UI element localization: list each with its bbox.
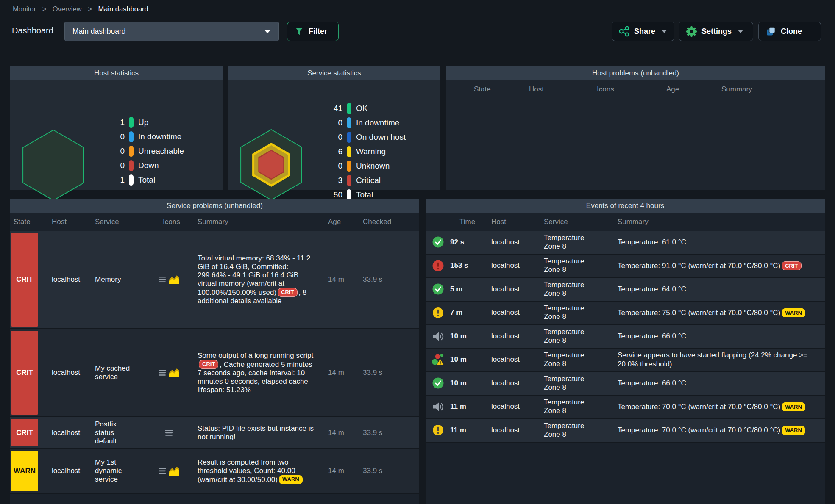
host-cell[interactable]: localhost: [486, 379, 538, 388]
service-cell[interactable]: My cached service: [92, 364, 146, 381]
host-cell[interactable]: localhost: [486, 402, 538, 411]
service-cell[interactable]: Temperature Zone 8: [538, 234, 611, 251]
column-header-host[interactable]: Host: [529, 85, 544, 94]
table-row[interactable]: 10 m localhost Temperature Zone 8 Temper…: [426, 325, 825, 349]
legend-item-ok[interactable]: 41OK: [313, 101, 406, 116]
column-header-checked[interactable]: Checked: [353, 218, 398, 226]
filter-button[interactable]: Filter: [287, 22, 339, 41]
share-button[interactable]: Share: [612, 22, 674, 41]
legend-item-unknown[interactable]: 0Unknown: [313, 159, 406, 173]
host-state-hexagon[interactable]: [15, 127, 92, 203]
column-header-summary[interactable]: Summary: [192, 218, 319, 226]
service-cell[interactable]: Postfix status default: [92, 420, 146, 446]
menu-icon[interactable]: [159, 277, 166, 282]
host-cell[interactable]: localhost: [40, 368, 92, 377]
state-badge: WARN: [11, 451, 38, 491]
table-row[interactable]: 92 s localhost Temperature Zone 8 Temper…: [426, 231, 825, 255]
column-header-time[interactable]: Time: [450, 218, 486, 226]
table-row[interactable]: 153 s localhost Temperature Zone 8 Tempe…: [426, 255, 825, 278]
host-cell[interactable]: localhost: [486, 261, 538, 270]
menu-icon[interactable]: [159, 468, 166, 474]
legend-item-down[interactable]: 0Down: [95, 158, 184, 173]
graph-icon[interactable]: [169, 466, 179, 476]
host-cell[interactable]: localhost: [486, 285, 538, 294]
summary-cell: Some output of a long running scriptCRIT…: [198, 352, 315, 394]
service-cell[interactable]: Temperature Zone 8: [538, 281, 611, 298]
graph-icon[interactable]: [169, 274, 179, 285]
column-header-host[interactable]: Host: [40, 218, 92, 226]
service-cell[interactable]: Temperature Zone 8: [538, 304, 611, 321]
column-header-state[interactable]: State: [474, 85, 491, 94]
service-cell[interactable]: Temperature Zone 8: [538, 398, 611, 415]
service-cell[interactable]: Temperature Zone 8: [538, 257, 611, 274]
host-cell[interactable]: localhost: [40, 429, 92, 437]
breadcrumb-overview[interactable]: Overview: [53, 5, 82, 13]
time-cell: 92 s: [450, 238, 486, 246]
legend-item-unreachable[interactable]: 0Unreachable: [95, 144, 184, 158]
breadcrumb-separator: >: [88, 5, 92, 13]
table-row[interactable]: 10 m localhost Temperature Zone 8 Servic…: [426, 349, 825, 372]
dashboard-select[interactable]: Main dashboard: [64, 22, 279, 41]
legend-item-in-downtime[interactable]: 0In downtime: [313, 116, 406, 130]
host-cell[interactable]: localhost: [40, 275, 92, 284]
table-row[interactable]: CRIT localhost My cached service Some ou…: [10, 329, 419, 417]
state-badge: CRIT: [11, 233, 38, 327]
table-row[interactable]: 10 m localhost Temperature Zone 8 Temper…: [426, 372, 825, 396]
settings-button[interactable]: Settings: [679, 22, 753, 41]
service-state-hexagon[interactable]: [233, 127, 309, 203]
table-row[interactable]: 7 m localhost Temperature Zone 8 Tempera…: [426, 302, 825, 325]
legend-item-on-down-host[interactable]: 0On down host: [313, 130, 406, 144]
warn-icon: [432, 307, 444, 318]
service-cell[interactable]: Memory: [92, 275, 146, 284]
panel-title[interactable]: Service statistics: [228, 66, 440, 80]
legend-item-warning[interactable]: 6Warning: [313, 144, 406, 159]
column-header-service[interactable]: Service: [92, 218, 146, 226]
breadcrumb-main-dashboard[interactable]: Main dashboard: [98, 5, 148, 14]
service-cell[interactable]: Temperature Zone 8: [538, 422, 611, 439]
page-title: Dashboard: [12, 26, 53, 36]
chevron-down-icon: [264, 30, 271, 33]
panel-title[interactable]: Host problems (unhandled): [446, 66, 825, 80]
host-cell[interactable]: localhost: [486, 332, 538, 341]
service-cell[interactable]: My 1st dynamic service: [92, 458, 146, 484]
panel-title[interactable]: Events of recent 4 hours: [426, 199, 825, 213]
host-cell[interactable]: localhost: [40, 467, 92, 475]
table-row[interactable]: 11 m localhost Temperature Zone 8 Temper…: [426, 396, 825, 419]
panel-title[interactable]: Host statistics: [10, 66, 223, 80]
menu-icon[interactable]: [159, 370, 166, 376]
service-cell[interactable]: Temperature Zone 8: [538, 328, 611, 345]
service-cell[interactable]: Temperature Zone 8: [538, 375, 611, 392]
column-header-icons[interactable]: Icons: [146, 218, 192, 226]
table-row[interactable]: WARN localhost My 1st dynamic service Re…: [10, 449, 419, 494]
breadcrumb-monitor[interactable]: Monitor: [13, 5, 36, 13]
legend-item-critical[interactable]: 3Critical: [313, 173, 406, 188]
column-header-state[interactable]: State: [10, 218, 40, 226]
summary-cell: Temperature: 66.0 °C: [611, 379, 825, 388]
host-cell[interactable]: localhost: [486, 426, 538, 435]
graph-icon[interactable]: [169, 368, 179, 378]
legend-item-up[interactable]: 1Up: [95, 115, 184, 130]
column-header-summary[interactable]: Summary: [611, 218, 825, 226]
unknown-state-pill: [347, 161, 351, 172]
table-row[interactable]: 5 m localhost Temperature Zone 8 Tempera…: [426, 278, 825, 302]
legend-item-total[interactable]: 1Total: [95, 173, 184, 187]
table-row[interactable]: 11 m localhost Temperature Zone 8 Temper…: [426, 419, 825, 443]
ok-icon: [432, 377, 444, 389]
column-header-summary[interactable]: Summary: [721, 85, 752, 94]
host-cell[interactable]: localhost: [486, 238, 538, 246]
column-header-service[interactable]: Service: [538, 218, 611, 226]
menu-icon[interactable]: [165, 430, 173, 436]
host-cell[interactable]: localhost: [486, 355, 538, 364]
legend-item-in-downtime[interactable]: 0In downtime: [95, 130, 184, 144]
panel-title[interactable]: Service problems (unhandled): [10, 199, 419, 213]
column-header-age[interactable]: Age: [666, 85, 679, 94]
column-header-icons[interactable]: Icons: [597, 85, 614, 94]
flapping-icon: [431, 353, 444, 366]
table-row[interactable]: CRIT localhost Memory Total virtual memo…: [10, 231, 419, 329]
table-row[interactable]: CRIT localhost Postfix status default St…: [10, 417, 419, 449]
column-header-age[interactable]: Age: [319, 218, 353, 226]
column-header-host[interactable]: Host: [486, 218, 538, 226]
clone-button[interactable]: Clone: [758, 22, 821, 41]
service-cell[interactable]: Temperature Zone 8: [538, 351, 611, 368]
host-cell[interactable]: localhost: [486, 308, 538, 317]
